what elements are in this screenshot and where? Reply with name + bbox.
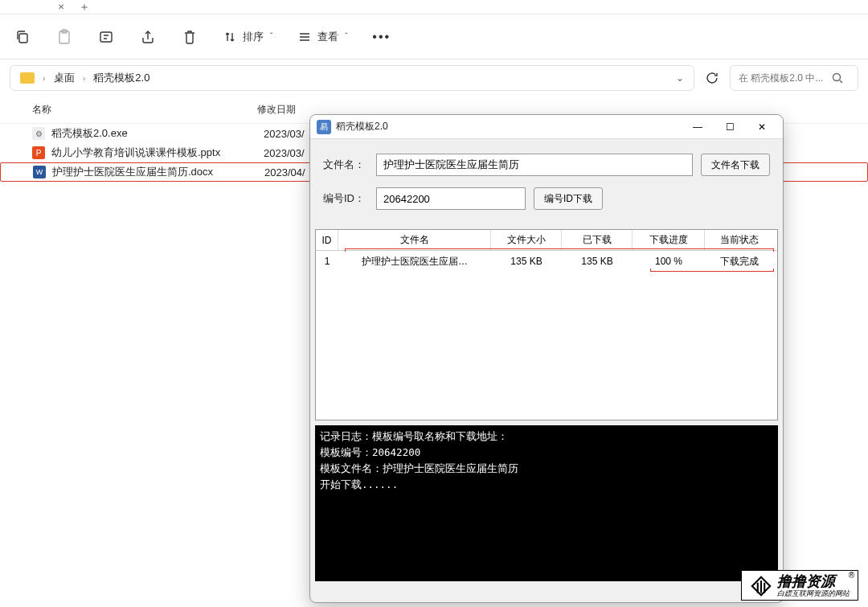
col-downloaded[interactable]: 已下载	[562, 230, 633, 250]
download-by-id-button[interactable]: 编号ID下载	[534, 187, 603, 210]
file-name: 幼儿小学教育培训说课课件模板.pptx	[51, 146, 264, 160]
delete-icon[interactable]	[182, 29, 198, 45]
filename-input[interactable]	[376, 154, 693, 176]
file-date: 2023/03/	[264, 147, 305, 159]
search-box[interactable]	[730, 65, 858, 91]
view-label: 查看	[317, 30, 338, 44]
sort-button[interactable]: 排序 ˇ	[223, 30, 272, 44]
maximize-button[interactable]: ☐	[715, 117, 744, 137]
file-date: 2023/04/	[264, 166, 305, 178]
close-button[interactable]: ✕	[747, 117, 776, 137]
cell-downloaded: 135 KB	[562, 256, 633, 267]
crumb-folder[interactable]: 稻壳模板2.0	[93, 71, 149, 85]
cell-id: 1	[316, 256, 338, 267]
list-icon	[298, 31, 311, 43]
download-grid: ID 文件名 文件大小 已下载 下载进度 当前状态 1 护理护士医院医生应届… …	[315, 229, 778, 420]
dialog-title: 稻壳模板2.0	[336, 120, 683, 133]
docx-icon: W	[33, 166, 46, 178]
crumb-desktop[interactable]: 桌面	[54, 71, 75, 85]
tab-bar: ✕ ＋	[0, 0, 868, 14]
search-input[interactable]	[739, 72, 827, 84]
copy-icon[interactable]	[14, 29, 31, 45]
watermark-title: 撸撸资源	[777, 574, 850, 590]
grid-header: ID 文件名 文件大小 已下载 下载进度 当前状态	[316, 230, 777, 251]
cell-name: 护理护士医院医生应届…	[338, 255, 491, 269]
add-tab-icon[interactable]: ＋	[79, 0, 90, 14]
col-size[interactable]: 文件大小	[491, 230, 562, 250]
app-icon: 易	[317, 120, 331, 134]
cell-size: 135 KB	[491, 256, 562, 267]
toolbar: 排序 ˇ 查看 ˇ •••	[0, 14, 868, 59]
log-output: 记录日志：模板编号取名称和下载地址： 模板编号：20642200 模板文件名：护…	[315, 425, 778, 581]
share-icon[interactable]	[140, 29, 156, 45]
file-date: 2023/03/	[264, 128, 305, 140]
col-status[interactable]: 当前状态	[705, 230, 773, 250]
download-dialog: 易 稻壳模板2.0 — ☐ ✕ 文件名： 文件名下载 编号ID： 编号ID下载 …	[309, 114, 784, 603]
pptx-icon: P	[32, 146, 45, 159]
view-button[interactable]: 查看 ˇ	[298, 30, 347, 44]
registered-mark: ®	[849, 571, 854, 580]
folder-icon	[20, 72, 35, 84]
form-area: 文件名： 文件名下载 编号ID： 编号ID下载	[310, 139, 783, 229]
svg-point-4	[833, 74, 841, 81]
svg-rect-0	[19, 34, 27, 43]
id-label: 编号ID：	[323, 191, 368, 206]
more-icon[interactable]: •••	[374, 29, 390, 45]
col-progress[interactable]: 下载进度	[633, 230, 705, 250]
breadcrumb[interactable]: › 桌面 › 稻壳模板2.0 ⌄	[10, 65, 694, 91]
filename-label: 文件名：	[323, 158, 368, 172]
watermark-logo	[750, 575, 772, 597]
paste-icon[interactable]	[56, 29, 72, 45]
grid-row[interactable]: 1 护理护士医院医生应届… 135 KB 135 KB 100 % 下载完成	[316, 251, 777, 272]
search-icon	[832, 72, 843, 84]
file-name: 稻壳模板2.0.exe	[51, 126, 264, 141]
sort-icon	[223, 31, 236, 43]
title-bar[interactable]: 易 稻壳模板2.0 — ☐ ✕	[310, 115, 783, 139]
sort-label: 排序	[243, 30, 264, 44]
download-by-name-button[interactable]: 文件名下载	[701, 154, 770, 176]
chevron-down-icon: ˇ	[345, 32, 347, 41]
col-name[interactable]: 名称	[32, 103, 257, 117]
refresh-icon[interactable]	[704, 70, 720, 86]
file-name: 护理护士医院医生应届生简历.docx	[52, 165, 264, 179]
col-filename[interactable]: 文件名	[338, 230, 491, 250]
cell-status: 下载完成	[705, 255, 773, 269]
watermark-subtitle: 白嫖互联网资源的网站	[777, 590, 850, 598]
chevron-right-icon: ›	[83, 73, 86, 83]
chevron-right-icon: ›	[43, 73, 46, 83]
cell-progress: 100 %	[633, 256, 705, 267]
watermark: 撸撸资源 白嫖互联网资源的网站 ®	[741, 570, 858, 601]
rename-icon[interactable]	[98, 29, 114, 45]
svg-rect-3	[100, 32, 112, 42]
chevron-down-icon[interactable]: ⌄	[676, 72, 684, 84]
minimize-button[interactable]: —	[683, 117, 712, 137]
id-input[interactable]	[376, 187, 526, 210]
exe-icon: ⚙	[32, 127, 45, 140]
col-id[interactable]: ID	[316, 230, 338, 250]
chevron-down-icon: ˇ	[270, 32, 272, 41]
breadcrumb-row: › 桌面 › 稻壳模板2.0 ⌄	[0, 59, 868, 96]
close-tab-icon[interactable]: ✕	[58, 2, 64, 11]
